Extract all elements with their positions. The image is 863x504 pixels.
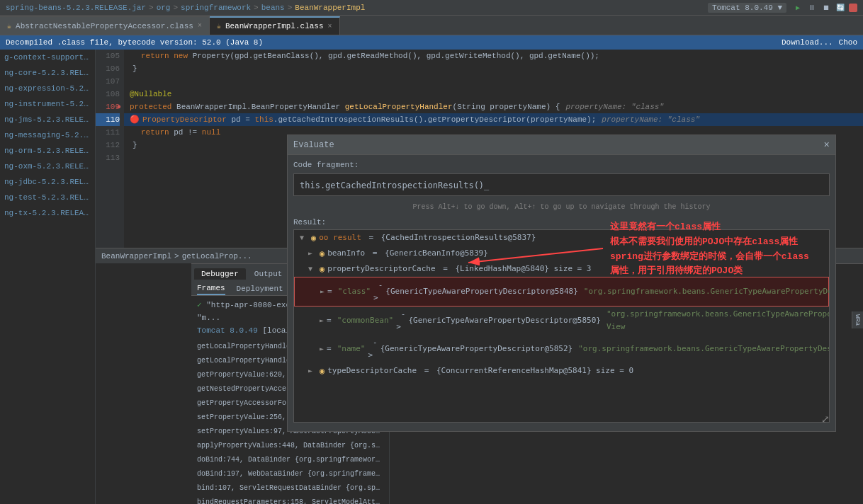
code-line-105: return new Property(gpd.getBeanClass(), …	[124, 50, 863, 62]
frame-11[interactable]: bindRequestParameters:158, ServletModelA…	[191, 496, 389, 504]
annotation-line3: spring进行参数绑定的时候，会自带一个class	[610, 250, 823, 265]
code-line-110: 🔴 PropertyDescriptor pd = this.getCached…	[124, 113, 863, 126]
subtab-deployment[interactable]: Deployment	[237, 285, 283, 294]
sidebar-item-9[interactable]: ng-test-5.2.3.RELEASE.jar	[0, 190, 95, 205]
breadcrumb-bean-wrapper: BeanWrapperImpl	[101, 252, 171, 260]
tree-row-commonbean[interactable]: ► = "commonBean" -> {GenericTypeAwarePro…	[294, 307, 829, 335]
wrap-label: WRa	[852, 311, 863, 328]
dialog-body: Code fragment: this.getCachedIntrospecti…	[288, 155, 835, 431]
tab-label: AbstractNestablePropertyAccessor.class	[16, 22, 193, 30]
sidebar-item-3[interactable]: ng-instrument-5.2.3.RELE...	[0, 96, 95, 112]
project-sidebar: g-context-support-5.2.3... ng-core-5.2.3…	[0, 50, 96, 504]
tab-debugger[interactable]: Debugger	[194, 268, 246, 280]
code-fragment-label: Code fragment:	[293, 161, 830, 169]
expand-icon-4[interactable]: ►	[320, 314, 324, 327]
breadcrumb-sep: >	[174, 252, 179, 260]
expand-icon-5[interactable]: ►	[320, 343, 324, 355]
tab-close-button-active[interactable]: ×	[328, 23, 332, 30]
frame-7[interactable]: applyPropertyValues:448, DataBinder {org…	[191, 439, 389, 453]
run-controls: ▶ ⏸ ⏹ 🔄	[792, 2, 857, 13]
tree-row-name[interactable]: ► = "name" -> {GenericTypeAwarePropertyD…	[294, 335, 829, 363]
expand-icon[interactable]: ▼	[300, 231, 308, 244]
sidebar-item-0[interactable]: g-context-support-5.2.3...	[0, 50, 95, 65]
info-bar: Decompiled .class file, bytecode version…	[0, 35, 863, 50]
expand-icon-1[interactable]: ►	[308, 247, 317, 260]
navigation-hint: Press Alt+↓ to go down, Alt+↑ to go up t…	[293, 202, 830, 212]
code-input-text: this.getCachedIntrospectionResults()_	[300, 181, 489, 190]
stop-button[interactable]: ⏹	[820, 2, 832, 13]
annotation-line2: 根本不需要我们使用的POJO中存在class属性	[610, 235, 823, 250]
expand-icon-2[interactable]: ▼	[308, 263, 317, 275]
tab-output[interactable]: Output	[247, 268, 290, 280]
info-bar-actions: Download... Choo	[782, 38, 857, 47]
annotation-line1: 这里竟然有一个class属性	[610, 220, 823, 235]
pause-button[interactable]: ⏸	[806, 2, 818, 13]
breadcrumb: spring-beans-5.2.3.RELEASE.jar > org > s…	[6, 4, 708, 12]
dialog-title: Evaluate	[293, 140, 334, 150]
tree-row-class[interactable]: ► = "class" -> {GenericTypeAwareProperty…	[294, 277, 829, 307]
line-numbers: 105 106 107 108 109 110 111 112 113	[96, 50, 124, 248]
toolbar-right: Tomcat 8.0.49 ▼ ▶ ⏸ ⏹ 🔄	[708, 2, 857, 13]
code-fragment-input[interactable]: this.getCachedIntrospectionResults()_	[293, 173, 830, 196]
tree-row-typedesc-cache[interactable]: ► ◉ typeDescriptorCache = {ConcurrentRef…	[294, 363, 829, 379]
expand-icon-6[interactable]: ►	[308, 365, 317, 377]
tab-bean-wrapper-impl[interactable]: ☕ BeanWrapperImpl.class ×	[210, 16, 340, 35]
code-line-106: }	[124, 62, 863, 75]
dialog-title-bar: Evaluate ×	[288, 135, 835, 155]
code-line-108: @Nullable	[124, 88, 863, 101]
sidebar-item-5[interactable]: ng-messaging-5.2.3.RELE...	[0, 127, 95, 143]
run-button[interactable]: ▶	[792, 2, 803, 13]
sidebar-item-2[interactable]: ng-expression-5.2.3.RELE...	[0, 81, 95, 96]
download-link[interactable]: Download...	[782, 38, 833, 47]
current-line-110: 110	[96, 113, 120, 126]
frame-10[interactable]: bind:107, ServletRequestDataBinder {org.…	[191, 481, 389, 496]
breadcrumb-classname: BeanWrapperImpl	[295, 4, 365, 12]
breadcrumb-springframework[interactable]: springframework	[181, 4, 251, 12]
tab-label-active: BeanWrapperImpl.class	[225, 22, 324, 30]
annotation-arrow	[454, 227, 610, 270]
server-name[interactable]: Tomcat 8.0.49	[197, 326, 258, 335]
sidebar-item-1[interactable]: ng-core-5.2.3.RELE...	[0, 65, 95, 81]
sidebar-item-4[interactable]: ng-jms-5.2.3.RELEASE.jar	[0, 112, 95, 127]
dialog-close-button[interactable]: ×	[824, 139, 830, 151]
subtab-frames[interactable]: Frames	[197, 284, 225, 295]
tomcat-server-label[interactable]: Tomcat 8.0.49 ▼	[708, 3, 786, 13]
breadcrumb-org[interactable]: org	[157, 4, 171, 12]
sidebar-item-8[interactable]: ng-jdbc-5.2.3.RELEASE.jar	[0, 174, 95, 190]
svg-line-1	[468, 248, 603, 263]
editor-tabs: ☕ AbstractNestablePropertyAccessor.class…	[0, 16, 863, 35]
breadcrumb-jar[interactable]: spring-beans-5.2.3.RELEASE.jar	[6, 4, 146, 12]
dialog-resize-button[interactable]: ⤢	[821, 413, 830, 425]
top-bar: spring-beans-5.2.3.RELEASE.jar > org > s…	[0, 0, 863, 16]
debug-stop-button[interactable]	[849, 4, 857, 12]
choose-link[interactable]: Choo	[839, 38, 857, 47]
java-file-icon-active: ☕	[217, 22, 221, 30]
code-line-107	[124, 75, 863, 88]
annotation-line4: 属性，用于引用待绑定的POJO类	[610, 264, 823, 279]
frame-9[interactable]: doBind:197, WebDataBinder {org.springfra…	[191, 467, 389, 481]
breakpoint-109[interactable]: 109	[96, 101, 120, 113]
code-line-109: protected BeanWrapperImpl.BeanPropertyHa…	[124, 101, 863, 113]
reload-button[interactable]: 🔄	[835, 2, 846, 13]
java-file-icon: ☕	[7, 22, 11, 30]
sidebar-item-10[interactable]: ng-tx-5.2.3.RELEASE.jar	[0, 205, 95, 221]
expand-icon-3[interactable]: ►	[320, 285, 325, 298]
decompiled-info: Decompiled .class file, bytecode version…	[6, 38, 263, 47]
breadcrumb-beans[interactable]: beans	[261, 4, 285, 12]
annotation-box: 这里竟然有一个class属性 根本不需要我们使用的POJO中存在class属性 …	[610, 220, 823, 279]
sidebar-item-6[interactable]: ng-orm-5.2.3.RELEASE.jar	[0, 143, 95, 159]
result-icon: ◉	[311, 231, 316, 244]
breadcrumb-method: getLocalProp...	[182, 252, 252, 260]
evaluate-dialog: Evaluate × Code fragment: this.getCached…	[287, 134, 836, 432]
sidebar-item-7[interactable]: ng-oxm-5.2.3.RELEASE.jar	[0, 159, 95, 174]
tab-abstract-property-accessor[interactable]: ☕ AbstractNestablePropertyAccessor.class…	[0, 16, 210, 35]
frame-8[interactable]: doBind:744, DataBinder {org.springframew…	[191, 453, 389, 467]
tab-close-button[interactable]: ×	[198, 22, 202, 30]
